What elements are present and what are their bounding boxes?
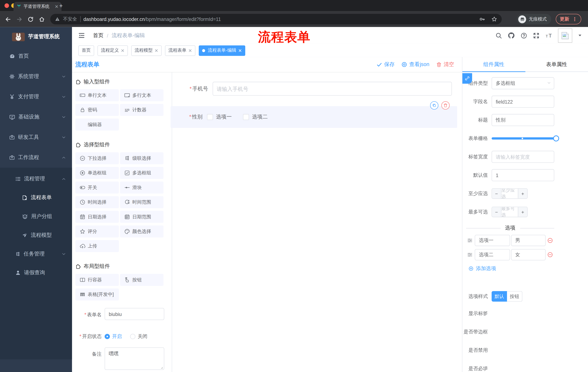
palette-item-radio-group[interactable]: 单选框组 xyxy=(75,167,119,179)
address-bar[interactable]: 不安全 dashboard.yudao.iocoder.cn/bpm/manag… xyxy=(50,14,502,24)
tag-close-icon[interactable]: ✕ xyxy=(238,48,242,53)
reload-icon[interactable] xyxy=(27,16,34,22)
font-size-icon[interactable]: TT xyxy=(545,32,552,39)
palette-item-table[interactable]: 表格[开发中] xyxy=(75,288,119,300)
palette-item-checkbox-group[interactable]: 多选框组 xyxy=(120,167,164,179)
palette-item-color-picker[interactable]: 颜色选择 xyxy=(120,225,164,237)
github-icon[interactable] xyxy=(508,32,515,39)
palette-item-upload[interactable]: 上传 xyxy=(75,240,119,252)
default-value-input[interactable] xyxy=(492,169,554,181)
plus-button[interactable]: + xyxy=(518,207,527,217)
save-button[interactable]: 保存 xyxy=(377,61,395,68)
form-canvas[interactable]: *手机号 *性别 选项一 选项二 xyxy=(166,72,462,372)
palette-item-single-text[interactable]: 单行文本 xyxy=(75,89,119,101)
status-off-radio[interactable]: 关闭 xyxy=(130,333,147,340)
form-name-input[interactable] xyxy=(105,308,164,320)
sidebar-item-home[interactable]: 首页 xyxy=(0,46,72,66)
palette-item-button[interactable]: 按钮 xyxy=(120,274,164,286)
palette-item-rate[interactable]: 评分 xyxy=(75,225,119,237)
option1-value-input[interactable] xyxy=(511,235,546,246)
max-select-placeholder[interactable]: 最多可选 xyxy=(501,207,518,217)
minus-button[interactable]: − xyxy=(492,207,501,217)
minus-button[interactable]: − xyxy=(492,189,501,199)
sidebar-item-leave-query[interactable]: 请假查询 xyxy=(0,263,72,283)
status-on-radio[interactable]: 开启 xyxy=(105,333,122,340)
tag-close-icon[interactable]: ✕ xyxy=(121,48,125,53)
sidebar-item-devtools[interactable]: 研发工具 xyxy=(0,127,72,148)
browser-tab[interactable]: 芋道管理系统 ✕ xyxy=(13,2,62,11)
form-grid-slider[interactable] xyxy=(492,132,554,145)
checkbox-box[interactable] xyxy=(243,114,249,120)
palette-item-select[interactable]: 下拉选择 xyxy=(75,152,119,164)
palette-item-cascader[interactable]: 级联选择 xyxy=(120,152,164,164)
component-type-select[interactable] xyxy=(492,77,554,89)
back-icon[interactable] xyxy=(5,16,11,22)
caret-down-icon[interactable] xyxy=(578,33,582,37)
form-remark-textarea[interactable]: 嘿嘿 xyxy=(105,347,164,370)
resize-handle-icon[interactable] xyxy=(159,365,163,369)
gender-checkbox-option2[interactable]: 选项二 xyxy=(243,114,268,120)
label-width-input[interactable] xyxy=(492,151,554,163)
option2-name-input[interactable] xyxy=(475,249,510,260)
browser-menu-icon[interactable]: ⋮ xyxy=(572,16,577,22)
sidebar-item-process-form[interactable]: 流程表单 xyxy=(0,188,72,208)
drag-handle-icon[interactable] xyxy=(467,237,473,244)
plus-button[interactable]: + xyxy=(518,189,527,199)
option1-name-input[interactable] xyxy=(475,235,510,246)
field-name-input[interactable] xyxy=(492,96,554,108)
bookmark-star-icon[interactable] xyxy=(491,16,497,22)
remove-option-icon[interactable] xyxy=(547,252,553,258)
min-select-placeholder[interactable]: 至少应选 xyxy=(501,189,518,199)
palette-item-row-container[interactable]: 行容器 xyxy=(75,274,119,286)
tag-process-form[interactable]: 流程表单✕ xyxy=(165,45,195,56)
sidebar-item-payment[interactable]: 支付管理 xyxy=(0,87,72,107)
palette-item-date-range[interactable]: 日期范围 xyxy=(120,211,164,223)
new-tab-button[interactable]: + xyxy=(59,3,63,9)
drag-handle-icon[interactable] xyxy=(467,252,473,258)
tag-home[interactable]: 首页 xyxy=(78,45,94,56)
password-key-icon[interactable] xyxy=(479,16,485,22)
palette-item-slider[interactable]: 滑块 xyxy=(120,182,164,194)
help-icon[interactable] xyxy=(521,32,527,39)
avatar[interactable] xyxy=(558,28,572,43)
palette-item-multi-text[interactable]: 多行文本 xyxy=(120,89,164,101)
tab-component-props[interactable]: 组件属性 xyxy=(462,57,525,72)
traffic-close-button[interactable] xyxy=(5,3,9,8)
checkbox-box[interactable] xyxy=(207,114,213,120)
tag-process-definition[interactable]: 流程定义✕ xyxy=(97,45,128,56)
gender-checkbox-option1[interactable]: 选项一 xyxy=(207,114,232,120)
canvas-field-gender-selected[interactable]: *性别 选项一 选项二 xyxy=(171,106,457,128)
remove-option-icon[interactable] xyxy=(547,237,553,244)
tag-close-icon[interactable]: ✕ xyxy=(188,48,192,53)
hamburger-icon[interactable] xyxy=(78,32,85,39)
phone-field-input[interactable] xyxy=(213,82,452,96)
breadcrumb-home[interactable]: 首页 xyxy=(93,32,104,39)
clear-button[interactable]: 清空 xyxy=(436,61,454,68)
tag-process-form-edit-active[interactable]: 流程表单-编辑✕ xyxy=(199,45,245,56)
palette-item-editor[interactable]: 编辑器 xyxy=(75,118,119,130)
view-json-button[interactable]: 查看json xyxy=(401,61,429,68)
component-delete-button[interactable] xyxy=(441,101,450,110)
palette-item-time-picker[interactable]: 时间选择 xyxy=(75,196,119,208)
palette-item-date-picker[interactable]: 日期选择 xyxy=(75,211,119,223)
sidebar-item-task-manage[interactable]: 任务管理 xyxy=(0,244,72,264)
sidebar-item-process-manage[interactable]: 流程管理 xyxy=(0,169,72,189)
slider-track[interactable] xyxy=(492,137,556,139)
tab-close-icon[interactable]: ✕ xyxy=(55,4,59,9)
sidebar-item-process-model[interactable]: 流程模型 xyxy=(0,225,72,245)
palette-item-switch[interactable]: 开关 xyxy=(75,182,119,194)
search-icon[interactable] xyxy=(495,32,502,39)
sidebar-logo[interactable]: 芋道管理系统 xyxy=(0,29,72,44)
security-label[interactable]: 不安全 xyxy=(63,16,77,22)
slider-handle[interactable] xyxy=(553,135,559,141)
update-button[interactable]: 更新 ⋮ xyxy=(556,14,581,24)
link-chain-button[interactable] xyxy=(462,73,472,84)
title-input[interactable] xyxy=(492,114,554,126)
style-button-button[interactable]: 按钮 xyxy=(507,291,523,302)
palette-item-password[interactable]: 密码 xyxy=(75,104,119,116)
palette-item-time-range[interactable]: 时间范围 xyxy=(120,196,164,208)
fullscreen-icon[interactable] xyxy=(533,32,540,39)
sidebar-item-infra[interactable]: 基础设施 xyxy=(0,107,72,127)
sidebar-item-user-group[interactable]: 用户分组 xyxy=(0,206,72,227)
sidebar-item-workflow[interactable]: 工作流程 xyxy=(0,148,72,168)
